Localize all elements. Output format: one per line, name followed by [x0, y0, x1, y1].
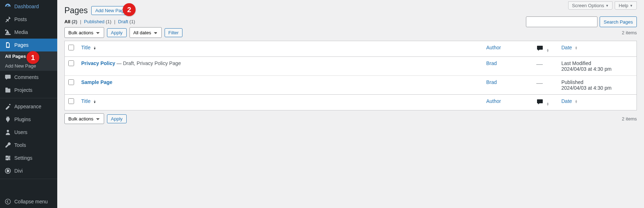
author-link[interactable]: Brad	[486, 79, 497, 85]
col-date-footer[interactable]: Date ▲▼	[558, 94, 636, 110]
filter-button[interactable]: Filter	[165, 28, 183, 37]
chevron-down-icon: ▼	[630, 4, 633, 8]
bulk-actions-select-bottom[interactable]: Bulk actions	[64, 113, 104, 124]
page-icon	[4, 41, 11, 49]
dates-select[interactable]: All dates	[130, 27, 162, 38]
apply-button-bottom[interactable]: Apply	[107, 114, 127, 123]
svg-point-8	[5, 199, 10, 204]
comments-count: —	[536, 60, 543, 68]
col-author-header[interactable]: Author	[483, 41, 533, 57]
svg-point-4	[6, 156, 8, 157]
media-icon	[4, 29, 11, 36]
col-author-footer[interactable]: Author	[483, 94, 533, 110]
projects-icon	[4, 86, 11, 94]
annotation-badge-1: 1	[26, 51, 39, 64]
row-checkbox[interactable]	[68, 79, 74, 85]
bulk-actions-select[interactable]: Bulk actions	[64, 27, 104, 38]
page-title: Pages	[64, 6, 88, 15]
sidebar-item-posts[interactable]: Posts	[0, 13, 57, 26]
author-link[interactable]: Brad	[486, 60, 497, 66]
collapse-label: Collapse menu	[14, 199, 48, 204]
settings-icon	[4, 154, 11, 162]
admin-sidebar: DashboardPostsMediaPagesAll PagesAdd New…	[0, 0, 57, 208]
sidebar-item-plugins[interactable]: Plugins	[0, 113, 57, 126]
status-all[interactable]: All (2)	[64, 19, 77, 24]
help-tab[interactable]: Help ▼	[615, 1, 637, 10]
sidebar-item-dashboard[interactable]: Dashboard	[0, 0, 57, 13]
col-title-footer[interactable]: Title ▲▼	[78, 94, 483, 110]
sidebar-item-projects[interactable]: Projects	[0, 84, 57, 96]
status-published[interactable]: Published (1)	[84, 19, 112, 24]
search-button[interactable]: Search Pages	[600, 16, 637, 27]
svg-point-6	[6, 159, 8, 160]
items-count-top: 2 items	[622, 30, 637, 35]
sidebar-item-appearance[interactable]: Appearance	[0, 100, 57, 113]
sidebar-item-divi[interactable]: Divi	[0, 164, 57, 177]
chevron-down-icon: ▼	[605, 4, 609, 8]
status-draft[interactable]: Draft (1)	[118, 19, 135, 24]
dashboard-icon	[4, 3, 11, 10]
row-date: Published2024/04/03 at 4:30 pm	[558, 75, 636, 94]
screen-options-tab[interactable]: Screen Options ▼	[568, 1, 613, 10]
select-all-top[interactable]	[68, 45, 74, 50]
col-comments-header[interactable]: ▲▼	[533, 41, 558, 57]
apply-button-top[interactable]: Apply	[107, 28, 127, 37]
table-row: Privacy Policy — Draft, Privacy Policy P…	[65, 57, 636, 75]
sidebar-item-media[interactable]: Media	[0, 26, 57, 39]
table-row: Sample PageBrad—Published2024/04/03 at 4…	[65, 75, 636, 94]
row-date: Last Modified2024/04/03 at 4:30 pm	[558, 57, 636, 75]
col-date-header[interactable]: Date ▲▼	[558, 41, 636, 57]
comment-icon	[536, 47, 545, 53]
pin-icon	[4, 16, 11, 23]
user-icon	[4, 129, 11, 136]
comments-count: —	[536, 79, 543, 86]
row-title-link[interactable]: Privacy Policy	[81, 60, 115, 66]
items-count-bottom: 2 items	[622, 116, 637, 122]
row-checkbox[interactable]	[68, 60, 74, 66]
annotation-badge-2: 2	[123, 3, 136, 16]
tools-icon	[4, 142, 11, 149]
svg-point-5	[8, 157, 10, 159]
sidebar-item-comments[interactable]: Comments	[0, 71, 57, 84]
sidebar-item-settings[interactable]: Settings	[0, 152, 57, 164]
col-title-header[interactable]: Title ▲▼	[78, 41, 483, 57]
pages-table: Title ▲▼ Author ▲▼ Date ▲▼	[64, 41, 637, 110]
divi-icon	[4, 167, 11, 174]
row-title-link[interactable]: Sample Page	[81, 79, 112, 85]
comment-icon	[4, 74, 11, 81]
comment-icon	[536, 101, 545, 107]
collapse-icon	[4, 198, 11, 205]
main-content: Screen Options ▼ Help ▼ Pages Add New Pa…	[57, 0, 644, 208]
select-all-bottom[interactable]	[68, 98, 74, 104]
sidebar-item-users[interactable]: Users	[0, 126, 57, 139]
svg-point-0	[7, 130, 9, 132]
col-comments-footer[interactable]: ▲▼	[533, 94, 558, 110]
sidebar-item-tools[interactable]: Tools	[0, 139, 57, 152]
sidebar-item-pages[interactable]: Pages	[0, 39, 57, 51]
collapse-menu[interactable]: Collapse menu	[0, 195, 57, 208]
appearance-icon	[4, 103, 11, 110]
search-input[interactable]	[526, 16, 597, 27]
plugin-icon	[4, 116, 11, 123]
